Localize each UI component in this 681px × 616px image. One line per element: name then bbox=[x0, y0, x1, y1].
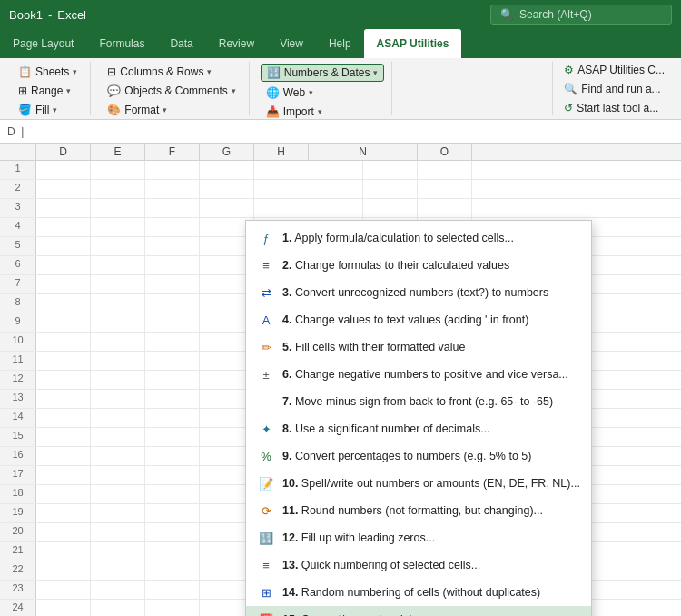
grid-cell[interactable] bbox=[36, 180, 91, 198]
grid-cell[interactable] bbox=[36, 485, 91, 503]
grid-cell[interactable] bbox=[91, 447, 145, 465]
grid-cell[interactable] bbox=[36, 523, 91, 541]
list-item[interactable]: ⇄ 3. Convert unrecognized numbers (text?… bbox=[246, 279, 591, 306]
grid-cell[interactable] bbox=[145, 485, 200, 503]
grid-cell[interactable] bbox=[91, 409, 145, 427]
grid-cell[interactable] bbox=[145, 256, 200, 274]
grid-cell[interactable] bbox=[145, 199, 200, 217]
grid-cell[interactable] bbox=[145, 428, 200, 446]
tab-formulas[interactable]: Formulas bbox=[86, 29, 157, 58]
list-item[interactable]: ✏ 5. Fill cells with their formatted val… bbox=[246, 333, 591, 361]
list-item[interactable]: ≡ 2. Change formulas to their calculated… bbox=[246, 252, 591, 279]
grid-cell[interactable] bbox=[418, 161, 472, 179]
grid-cell[interactable] bbox=[91, 428, 145, 446]
grid-cell[interactable] bbox=[145, 180, 200, 198]
grid-cell[interactable] bbox=[36, 256, 91, 274]
grid-cell[interactable] bbox=[91, 237, 145, 255]
grid-cell[interactable] bbox=[145, 294, 200, 313]
grid-cell[interactable] bbox=[91, 542, 145, 561]
grid-cell[interactable] bbox=[91, 561, 145, 580]
grid-cell[interactable] bbox=[36, 561, 91, 580]
grid-cell[interactable] bbox=[36, 600, 91, 616]
tab-view[interactable]: View bbox=[267, 29, 316, 58]
start-last-button[interactable]: ↺ Start last tool a... bbox=[560, 100, 668, 116]
grid-cell[interactable] bbox=[254, 199, 363, 217]
import-button[interactable]: 📥 Import ▾ bbox=[261, 104, 328, 120]
grid-cell[interactable] bbox=[418, 199, 472, 217]
grid-cell[interactable] bbox=[145, 352, 200, 370]
grid-cell[interactable] bbox=[145, 561, 200, 580]
grid-cell[interactable] bbox=[36, 428, 91, 446]
grid-cell[interactable] bbox=[91, 504, 145, 522]
grid-cell[interactable] bbox=[36, 275, 91, 293]
numbers-dates-button[interactable]: 🔢 Numbers & Dates ▾ bbox=[261, 64, 385, 82]
grid-cell[interactable] bbox=[91, 313, 145, 332]
grid-cell[interactable] bbox=[91, 523, 145, 541]
grid-cell[interactable] bbox=[91, 199, 145, 217]
grid-cell[interactable] bbox=[36, 447, 91, 465]
tab-review[interactable]: Review bbox=[206, 29, 267, 58]
grid-cell[interactable] bbox=[363, 161, 418, 179]
grid-cell[interactable] bbox=[91, 256, 145, 274]
list-item[interactable]: 🔢 12. Fill up with leading zeros... bbox=[246, 524, 591, 551]
grid-cell[interactable] bbox=[36, 371, 91, 389]
grid-cell[interactable] bbox=[91, 275, 145, 293]
grid-cell[interactable] bbox=[91, 352, 145, 370]
fill-button[interactable]: 🪣 Fill ▾ bbox=[13, 102, 63, 118]
columns-rows-button[interactable]: ⊟ Columns & Rows ▾ bbox=[102, 64, 217, 80]
grid-cell[interactable] bbox=[145, 390, 200, 408]
grid-cell[interactable] bbox=[36, 466, 91, 484]
list-item[interactable]: ⊞ 14. Random numbering of cells (without… bbox=[246, 579, 591, 606]
grid-cell[interactable] bbox=[418, 180, 472, 198]
grid-cell[interactable] bbox=[91, 371, 145, 389]
grid-cell[interactable] bbox=[200, 161, 254, 179]
grid-cell[interactable] bbox=[36, 237, 91, 255]
grid-cell[interactable] bbox=[254, 161, 363, 179]
grid-cell[interactable] bbox=[200, 199, 254, 217]
grid-cell[interactable] bbox=[36, 218, 91, 236]
grid-cell[interactable] bbox=[145, 237, 200, 255]
grid-cell[interactable] bbox=[200, 180, 254, 198]
grid-cell[interactable] bbox=[36, 352, 91, 370]
grid-cell[interactable] bbox=[91, 180, 145, 198]
grid-cell[interactable] bbox=[145, 581, 200, 599]
tab-help[interactable]: Help bbox=[316, 29, 364, 58]
grid-cell[interactable] bbox=[145, 218, 200, 236]
grid-cell[interactable] bbox=[91, 581, 145, 599]
list-item[interactable]: A 4. Change values to text values (addin… bbox=[246, 306, 591, 333]
tab-data[interactable]: Data bbox=[157, 29, 205, 58]
grid-cell[interactable] bbox=[145, 409, 200, 427]
tab-page-layout[interactable]: Page Layout bbox=[0, 29, 86, 58]
grid-cell[interactable] bbox=[91, 600, 145, 616]
grid-cell[interactable] bbox=[145, 466, 200, 484]
grid-cell[interactable] bbox=[363, 180, 418, 198]
grid-cell[interactable] bbox=[36, 542, 91, 561]
grid-cell[interactable] bbox=[145, 333, 200, 351]
tab-asap-utilities[interactable]: ASAP Utilities bbox=[364, 29, 462, 58]
grid-cell[interactable] bbox=[91, 390, 145, 408]
grid-cell[interactable] bbox=[91, 161, 145, 179]
list-item[interactable]: ± 6. Change negative numbers to positive… bbox=[246, 361, 591, 388]
grid-cell[interactable] bbox=[145, 600, 200, 616]
grid-cell[interactable] bbox=[36, 294, 91, 313]
grid-cell[interactable] bbox=[145, 161, 200, 179]
grid-cell[interactable] bbox=[91, 485, 145, 503]
list-item[interactable]: ✦ 8. Use a significant number of decimal… bbox=[246, 415, 591, 442]
grid-cell[interactable] bbox=[36, 161, 91, 179]
grid-cell[interactable] bbox=[254, 180, 363, 198]
list-item[interactable]: % 9. Convert percentages to numbers (e.g… bbox=[246, 442, 591, 470]
grid-cell[interactable] bbox=[36, 390, 91, 408]
format-button[interactable]: 🎨 Format ▾ bbox=[102, 102, 173, 118]
grid-cell[interactable] bbox=[145, 447, 200, 465]
grid-cell[interactable] bbox=[36, 313, 91, 332]
search-bar[interactable]: 🔍 Search (Alt+Q) bbox=[490, 5, 672, 25]
list-item[interactable]: ƒ 1. Apply formula/calculation to select… bbox=[246, 224, 591, 252]
range-button[interactable]: ⊞ Range ▾ bbox=[13, 83, 76, 99]
list-item[interactable]: − 7. Move minus sign from back to front … bbox=[246, 388, 591, 415]
asap-utilities-button[interactable]: ⚙ ASAP Utilities C... bbox=[560, 62, 668, 78]
grid-cell[interactable] bbox=[91, 333, 145, 351]
list-item[interactable]: 📝 10. Spell/write out numbers or amounts… bbox=[246, 470, 591, 497]
grid-cell[interactable] bbox=[145, 542, 200, 561]
grid-cell[interactable] bbox=[36, 199, 91, 217]
grid-cell[interactable] bbox=[36, 504, 91, 522]
